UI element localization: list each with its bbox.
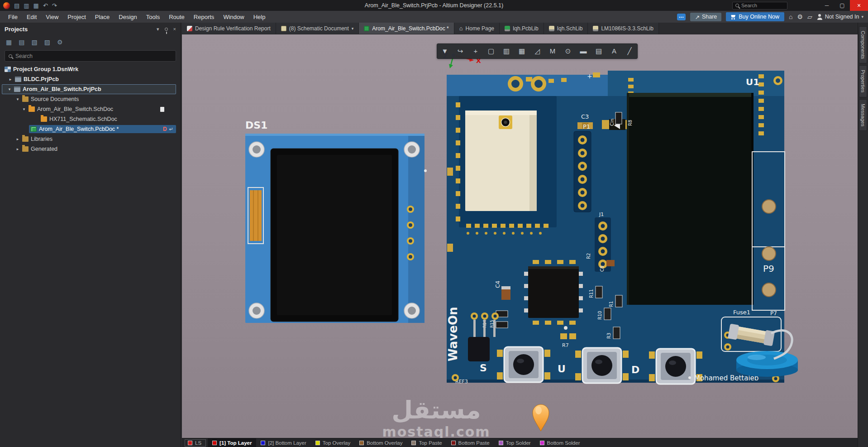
- search-placeholder: Search: [741, 3, 757, 8]
- layer-bottom-overlay[interactable]: Bottom Overlay: [355, 438, 407, 447]
- columns-icon[interactable]: ▥: [499, 44, 514, 58]
- menu-bar: File Edit View Project Place Design Tool…: [0, 11, 868, 23]
- save-all-icon[interactable]: ▤: [19, 38, 24, 46]
- layer-bottom-paste[interactable]: Bottom Paste: [447, 438, 494, 447]
- layer-top-overlay[interactable]: Top Overlay: [311, 438, 355, 447]
- pin-icon[interactable]: [165, 28, 168, 31]
- compile-icon[interactable]: ▨: [44, 38, 50, 46]
- menu-reports[interactable]: Reports: [189, 12, 219, 22]
- open-project-icon[interactable]: ▥: [24, 3, 29, 9]
- projects-search-box[interactable]: Search: [5, 50, 176, 62]
- tree-item-arom-prjpcb[interactable]: ▾ Arom_Air_Ble_Switch.PrjPcb: [2, 84, 176, 94]
- report-document-icon: [187, 26, 192, 31]
- menu-edit[interactable]: Edit: [22, 12, 41, 22]
- expand-arrow-icon[interactable]: ▸: [15, 147, 20, 151]
- global-search-box[interactable]: Search: [732, 2, 787, 10]
- menu-file[interactable]: File: [4, 12, 22, 22]
- tab-schematic-document[interactable]: (8) Schematic Document ▾: [276, 23, 359, 34]
- menu-window[interactable]: Window: [219, 12, 248, 22]
- menu-design[interactable]: Design: [114, 12, 141, 22]
- panel-close-icon[interactable]: ×: [173, 26, 176, 32]
- layer-set-selector[interactable]: LS: [185, 439, 206, 447]
- customize-icon[interactable]: ▱: [807, 13, 812, 20]
- layer-top-layer[interactable]: [1] Top Layer: [208, 438, 256, 447]
- line-icon[interactable]: ╱: [622, 44, 637, 58]
- crosshair-icon[interactable]: +: [468, 44, 483, 58]
- layer-bottom-layer[interactable]: [2] Bottom Layer: [256, 438, 310, 447]
- menu-help[interactable]: Help: [249, 12, 270, 22]
- layer-color-swatch: [499, 441, 503, 445]
- redo-icon[interactable]: ↷: [52, 3, 57, 9]
- home-icon[interactable]: ⌂: [789, 13, 792, 20]
- tree-item-arom-schdoc[interactable]: ▾ Arom_Air_Ble_Switch.SchDoc: [0, 104, 181, 114]
- label-p9: P9: [763, 263, 774, 274]
- macro-icon[interactable]: M: [545, 44, 560, 58]
- menu-place[interactable]: Place: [91, 12, 114, 22]
- pcb-3d-viewport[interactable]: DS1: [182, 34, 858, 438]
- expand-arrow-icon[interactable]: ▸: [15, 137, 20, 141]
- sign-in-menu[interactable]: Not Signed In ▾: [817, 14, 863, 20]
- filter-pointer-icon[interactable]: ▼: [437, 44, 453, 58]
- minimize-button[interactable]: ─: [819, 0, 835, 11]
- oled-module[interactable]: DS1: [245, 120, 427, 323]
- tab-home-page[interactable]: ⌂ Home Page: [454, 23, 500, 34]
- route-icon[interactable]: ↪: [453, 44, 468, 58]
- tree-item-generated[interactable]: ▸ Generated: [0, 144, 181, 154]
- tree-item-arom-pcbdoc[interactable]: Arom_Air_Ble_Switch.PcbDoc * D ↵: [0, 124, 181, 134]
- comments-icon[interactable]: •••: [677, 14, 686, 20]
- maximize-button[interactable]: ▢: [835, 0, 850, 11]
- open-project-icon[interactable]: ▧: [31, 38, 37, 46]
- tree-item-bldc-prjpcb[interactable]: ▸ BLDC.PrjPcb: [0, 74, 181, 84]
- layer-color-swatch: [261, 441, 265, 445]
- panel-dropdown-icon[interactable]: ▾: [157, 26, 159, 32]
- tactile-button-u[interactable]: [575, 348, 629, 383]
- layer-top-paste[interactable]: Top Paste: [407, 438, 446, 447]
- tab-properties[interactable]: Properties: [859, 65, 867, 97]
- share-button[interactable]: ↗ Share: [690, 13, 721, 21]
- expand-arrow-icon[interactable]: ▸: [8, 77, 13, 82]
- tab-iqh-pcblib[interactable]: Iqh.PcbLib: [500, 23, 544, 34]
- tactile-button-s[interactable]: [497, 347, 550, 382]
- menu-route[interactable]: Route: [164, 12, 189, 22]
- layer-stack-icon[interactable]: ▬: [576, 44, 591, 58]
- save-icon[interactable]: ▦: [6, 38, 12, 46]
- tab-components[interactable]: Components: [859, 26, 867, 63]
- pcb-3d-canvas[interactable]: DS1: [182, 34, 858, 438]
- collapse-arrow-icon[interactable]: ▾: [15, 97, 20, 101]
- tab-arom-pcbdoc[interactable]: Arom_Air_Ble_Switch.PcbDoc *: [359, 23, 454, 34]
- panel-icon[interactable]: ▤: [591, 44, 606, 58]
- tab-lm1086-schlib[interactable]: LM1086IS-3.3.SchLib: [588, 23, 658, 34]
- tree-item-project-group[interactable]: Project Group 1.DsnWrk: [0, 64, 181, 74]
- menu-project[interactable]: Project: [63, 12, 90, 22]
- tab-design-rule-report[interactable]: Design Rule Verification Report: [182, 23, 276, 34]
- text-string-icon[interactable]: A: [606, 44, 622, 58]
- project-icon: [15, 77, 21, 82]
- collapse-arrow-icon[interactable]: ▾: [7, 87, 12, 91]
- tab-iqh-schlib[interactable]: Iqh.SchLib: [544, 23, 588, 34]
- tab-messages[interactable]: Messages: [859, 99, 867, 131]
- main-pcb[interactable]: C3 P1 J1: [446, 71, 798, 385]
- measure-icon[interactable]: ◿: [529, 44, 545, 58]
- select-area-icon[interactable]: ▢: [483, 44, 499, 58]
- tree-item-hx711-schdoc[interactable]: HX711_Schematic.SchDoc: [0, 114, 181, 124]
- grid-icon[interactable]: ▦: [514, 44, 529, 58]
- close-button[interactable]: ×: [850, 0, 868, 11]
- layer-color-swatch: [451, 441, 456, 445]
- layer-bottom-solder[interactable]: Bottom Solder: [535, 438, 585, 447]
- gear-icon[interactable]: ⚙: [797, 13, 803, 20]
- label-cin: Cin: [610, 119, 615, 126]
- menu-view[interactable]: View: [41, 12, 63, 22]
- menu-tools[interactable]: Tools: [142, 12, 164, 22]
- tree-item-libraries[interactable]: ▸ Libraries: [0, 134, 181, 144]
- tree-item-source-documents[interactable]: ▾ Source Documents: [0, 94, 181, 104]
- buy-online-button[interactable]: Buy Online Now: [726, 12, 784, 21]
- location-marker-icon: [533, 404, 549, 431]
- collapse-arrow-icon[interactable]: ▾: [22, 107, 26, 111]
- drill-icon[interactable]: ⊙: [560, 44, 576, 58]
- settings-icon[interactable]: ⚙: [57, 38, 63, 46]
- new-document-icon[interactable]: ▤: [14, 3, 19, 9]
- undo-icon[interactable]: ↶: [43, 3, 48, 9]
- save-icon[interactable]: ▦: [33, 3, 39, 9]
- share-arrow-icon: ↗: [695, 14, 699, 20]
- layer-top-solder[interactable]: Top Solder: [494, 438, 535, 447]
